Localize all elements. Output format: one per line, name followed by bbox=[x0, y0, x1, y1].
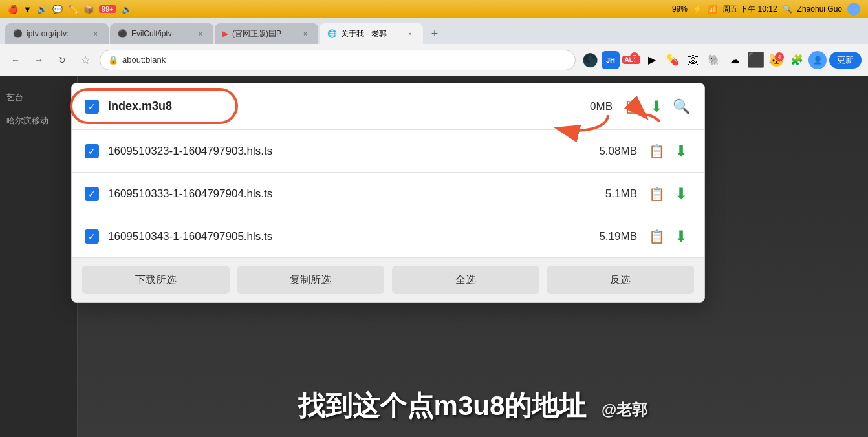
volume-icon[interactable]: 🔊 bbox=[37, 5, 47, 14]
sidebar: 艺台 哈尔滨移动 bbox=[0, 76, 78, 437]
ext-black-square[interactable]: ⬛ bbox=[746, 51, 765, 69]
dropdown-row-2: ✓ 1609510323-1-1604797903.hls.ts 5.08MB … bbox=[72, 130, 704, 173]
select-all-button[interactable]: 全选 bbox=[392, 266, 539, 294]
search-menubar-icon[interactable]: 🔍 bbox=[783, 5, 792, 14]
row4-actions: 📋 ⬇ bbox=[646, 226, 691, 247]
ext-jh[interactable]: JH bbox=[602, 51, 620, 69]
address-text: about:blank bbox=[122, 55, 166, 65]
user-avatar[interactable] bbox=[847, 3, 860, 16]
ext-cloud[interactable]: ☁ bbox=[726, 51, 744, 69]
ext-orb[interactable]: 🌑 bbox=[581, 51, 599, 69]
download-icon-1[interactable]: ⬇ bbox=[646, 96, 667, 117]
cat-badge: 4 bbox=[775, 52, 784, 61]
copy-icon-4[interactable]: 📋 bbox=[646, 226, 667, 247]
tab-2[interactable]: ⚫ EvilCult/iptv- × bbox=[110, 23, 213, 44]
tab1-close[interactable]: × bbox=[91, 28, 101, 39]
ext-abp[interactable]: ABP 7 bbox=[622, 51, 640, 69]
download-icon-4[interactable]: ⬇ bbox=[671, 226, 691, 247]
user-label: Zhaohui Guo bbox=[797, 5, 842, 14]
filesize-3: 5.1MB bbox=[605, 187, 637, 200]
tab-1[interactable]: ⚫ iptv-org/iptv: × bbox=[5, 23, 109, 44]
subtitle-overlay: 找到这个点m3u8的地址 @老郭 bbox=[78, 388, 868, 424]
browser-content: 艺台 哈尔滨移动 ✓ index.m3u8 0MB 📋 ⬇ 🔍 ✓ 160951… bbox=[0, 76, 868, 437]
tab2-label: EvilCult/iptv- bbox=[131, 29, 175, 38]
search-icon-1[interactable]: 🔍 bbox=[671, 96, 691, 117]
bookmark-button[interactable]: ☆ bbox=[76, 51, 94, 69]
checkbox-2[interactable]: ✓ bbox=[85, 144, 99, 158]
time-label: 周五 下午 10:12 bbox=[722, 4, 777, 15]
download-icon-2[interactable]: ⬇ bbox=[671, 141, 691, 162]
refresh-button[interactable]: ↻ bbox=[53, 51, 71, 69]
menubar: 🍎 ▼ 🔊 💬 ✏️ 📦 99+ 🔈 99% ⚡ 📶 周五 下午 10:12 🔍… bbox=[0, 0, 868, 18]
toolbar: ← → ↻ ☆ 🔒 about:blank 🌑 JH ABP 7 ▶ 💊 🕸 🐘… bbox=[0, 44, 868, 76]
row3-actions: 📋 ⬇ bbox=[646, 184, 691, 204]
filesize-2: 5.08MB bbox=[599, 145, 637, 158]
forward-button[interactable]: → bbox=[30, 51, 48, 69]
profile-button[interactable]: 👤 bbox=[808, 51, 827, 69]
tab3-close[interactable]: × bbox=[300, 28, 310, 39]
speaker-icon[interactable]: 🔈 bbox=[122, 5, 132, 14]
edit-icon[interactable]: ✏️ bbox=[68, 5, 78, 14]
row1-actions: 📋 ⬇ 🔍 bbox=[622, 96, 691, 117]
wifi-icon: 📶 bbox=[708, 5, 717, 14]
tab-bar: ⚫ iptv-org/iptv: × ⚫ EvilCult/iptv- × ▶ … bbox=[0, 18, 868, 44]
menubar-left: 🍎 ▼ 🔊 💬 ✏️ 📦 99+ 🔈 bbox=[8, 5, 132, 14]
apple-icon[interactable]: 🍎 bbox=[8, 5, 18, 14]
ext-cat[interactable]: 🐱 4 bbox=[767, 51, 785, 69]
tab-4[interactable]: 🌐 关于我 - 老郭 × bbox=[320, 23, 423, 44]
checkbox-1[interactable]: ✓ bbox=[85, 100, 99, 114]
filesize-4: 5.19MB bbox=[599, 230, 637, 243]
update-button[interactable]: 更新 bbox=[829, 52, 862, 69]
copy-icon-2[interactable]: 📋 bbox=[646, 141, 667, 162]
subtitle-text: 找到这个点m3u8的地址 bbox=[298, 390, 587, 421]
copy-icon-1[interactable]: 📋 bbox=[622, 96, 642, 117]
filename-3: 1609510333-1-1604797904.hls.ts bbox=[108, 187, 605, 200]
sidebar-item-1: 艺台 bbox=[6, 89, 71, 106]
dropdown-row-3: ✓ 1609510333-1-1604797904.hls.ts 5.1MB 📋… bbox=[72, 173, 704, 215]
download-selected-button[interactable]: 下载所选 bbox=[82, 266, 230, 294]
filename-2: 1609510323-1-1604797903.hls.ts bbox=[108, 145, 599, 158]
ext-puzzle[interactable]: 🧩 bbox=[788, 51, 806, 69]
tab2-close[interactable]: × bbox=[195, 28, 206, 39]
filename-1: index.m3u8 bbox=[108, 100, 590, 113]
tab3-label: (官网正版)国P bbox=[232, 28, 281, 39]
filename-4: 1609510343-1-1604797905.hls.ts bbox=[108, 230, 599, 243]
tab-3[interactable]: ▶ (官网正版)国P × bbox=[215, 23, 318, 44]
checkbox-4[interactable]: ✓ bbox=[85, 229, 99, 244]
button-row: 下载所选 复制所选 全选 反选 bbox=[72, 258, 704, 302]
back-button[interactable]: ← bbox=[6, 51, 25, 69]
tab4-label: 关于我 - 老郭 bbox=[341, 28, 387, 39]
tab4-close[interactable]: × bbox=[405, 28, 415, 39]
browser-chrome: ⚫ iptv-org/iptv: × ⚫ EvilCult/iptv- × ▶ … bbox=[0, 18, 868, 76]
tab3-icon: ▶ bbox=[222, 29, 228, 38]
ext-elephant[interactable]: 🐘 bbox=[705, 51, 723, 69]
row2-actions: 📋 ⬇ bbox=[646, 141, 691, 162]
tab1-label: iptv-org/iptv: bbox=[27, 29, 69, 38]
copy-icon-3[interactable]: 📋 bbox=[646, 184, 667, 204]
menubar-right: 99% ⚡ 📶 周五 下午 10:12 🔍 Zhaohui Guo bbox=[672, 3, 860, 16]
battery-label: 99% bbox=[672, 5, 688, 14]
extension-icons: 🌑 JH ABP 7 ▶ 💊 🕸 🐘 ☁ ⬛ 🐱 4 🧩 👤 更新 bbox=[581, 51, 862, 69]
checkbox-3[interactable]: ✓ bbox=[85, 187, 99, 201]
tab2-icon: ⚫ bbox=[118, 29, 127, 38]
download-popup: ✓ index.m3u8 0MB 📋 ⬇ 🔍 ✓ 1609510323-1-16… bbox=[71, 83, 705, 303]
tab4-icon: 🌐 bbox=[327, 29, 337, 38]
watermark-text: @老郭 bbox=[602, 401, 647, 418]
ext-arrow[interactable]: ▶ bbox=[643, 51, 661, 69]
tab1-icon: ⚫ bbox=[13, 29, 23, 38]
ext-network[interactable]: 🕸 bbox=[684, 51, 702, 69]
address-bar[interactable]: 🔒 about:blank bbox=[100, 50, 576, 70]
dropdown-row-1: ✓ index.m3u8 0MB 📋 ⬇ 🔍 bbox=[72, 83, 704, 130]
abp-badge: 7 bbox=[630, 52, 639, 61]
sidebar-item-2: 哈尔滨移动 bbox=[6, 112, 71, 129]
lock-icon: 🔒 bbox=[108, 55, 118, 65]
invert-selection-button[interactable]: 反选 bbox=[547, 266, 695, 294]
download-icon-3[interactable]: ⬇ bbox=[671, 184, 691, 204]
new-tab-button[interactable]: + bbox=[424, 23, 445, 44]
package-icon[interactable]: 📦 bbox=[83, 5, 94, 14]
copy-selected-button[interactable]: 复制所选 bbox=[237, 266, 385, 294]
dropdown-row-4: ✓ 1609510343-1-1604797905.hls.ts 5.19MB … bbox=[72, 215, 704, 258]
ext-pill[interactable]: 💊 bbox=[664, 51, 682, 69]
app-name: ▼ bbox=[23, 5, 32, 14]
chat-icon[interactable]: 💬 bbox=[52, 5, 63, 14]
